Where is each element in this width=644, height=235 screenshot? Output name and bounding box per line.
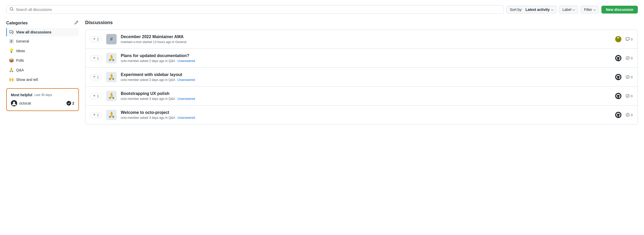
comment-count: 0 xyxy=(631,56,633,60)
meta-user: octo-member xyxy=(121,78,139,82)
label-btn-text: Label xyxy=(562,8,571,12)
new-discussion-button[interactable]: New discussion xyxy=(601,6,638,13)
sidebar-item-label-qna: Q&A xyxy=(16,68,24,72)
sidebar-item-icon-show-and-tell: 🙌 xyxy=(9,77,14,82)
meta-user: octo-member xyxy=(121,59,139,63)
discussion-avatar xyxy=(615,36,621,42)
discussion-right: 0 xyxy=(615,112,633,118)
discussion-comments: 0 xyxy=(626,94,633,98)
most-helpful-subtitle: Last 30 days xyxy=(34,93,52,97)
meta-user: octo-member xyxy=(121,116,139,120)
sidebar-item-icon-view-all xyxy=(9,30,14,34)
discussion-right: 0 xyxy=(615,74,633,80)
answer-check-icon xyxy=(626,56,630,60)
helpful-user-left: octocat xyxy=(11,100,31,106)
sidebar-item-link-qna[interactable]: 🙏Q&A xyxy=(6,65,79,74)
new-discussion-label: New discussion xyxy=(606,8,633,12)
vote-count: 1 xyxy=(97,75,99,79)
sidebar-item-general[interactable]: #General xyxy=(6,37,79,46)
unanswered-badge: Unanswered xyxy=(178,78,195,82)
discussion-content: Welcome to octo-projectocto-member asked… xyxy=(121,110,611,120)
sidebar-item-link-general[interactable]: #General xyxy=(6,37,79,46)
discussion-item[interactable]: 1 🙏Welcome to octo-projectocto-member as… xyxy=(85,106,638,124)
answer-check-icon xyxy=(626,75,630,79)
sidebar-item-view-all[interactable]: View all discussions xyxy=(6,28,79,36)
helpful-user-row: octocat 2 xyxy=(11,100,74,106)
sidebar-header: Categories xyxy=(6,20,79,26)
discussion-content: Experiment with sidebar layoutocto-membe… xyxy=(121,72,611,82)
comment-icon xyxy=(626,37,630,41)
sidebar-item-icon-qna: 🙏 xyxy=(9,67,14,72)
discussion-title[interactable]: Welcome to octo-project xyxy=(121,110,611,115)
unanswered-badge: Unanswered xyxy=(178,97,195,101)
discussion-comments: 0 xyxy=(626,37,633,41)
discussions-title: Discussions xyxy=(85,20,638,25)
discussion-content: Plans for updated documentation?octo-mem… xyxy=(121,53,611,63)
discussion-item[interactable]: 2 #December 2022 Maintainer AMAmaintain-… xyxy=(85,30,638,49)
vote-circle: 1 xyxy=(90,74,102,80)
search-box[interactable] xyxy=(6,5,504,14)
edit-icon[interactable] xyxy=(74,20,79,26)
sidebar-item-label-ideas: Ideas xyxy=(16,49,25,53)
sidebar-item-label-view-all: View all discussions xyxy=(16,30,51,34)
sidebar-item-link-view-all[interactable]: View all discussions xyxy=(7,28,79,36)
discussion-avatar xyxy=(615,112,621,118)
sort-label: Sort by: xyxy=(510,8,522,12)
discussion-category-icon: 🙏 xyxy=(106,72,117,82)
discussion-comments: 0 xyxy=(626,75,633,79)
sidebar-nav: View all discussions#General💡Ideas📦Polls… xyxy=(6,28,79,84)
discussion-meta: octo-member asked 2 days ago in Q&A · Un… xyxy=(121,59,611,63)
sort-value: Latest activity xyxy=(525,8,549,12)
sidebar-item-link-ideas[interactable]: 💡Ideas xyxy=(6,46,79,55)
label-chevron-icon xyxy=(573,8,575,11)
meta-user: maintain-o-tron xyxy=(121,40,142,44)
vote-button[interactable]: 1 xyxy=(90,74,102,80)
discussion-right: 0 xyxy=(615,93,633,99)
sidebar-item-ideas[interactable]: 💡Ideas xyxy=(6,46,79,55)
discussion-right: 0 xyxy=(615,36,633,42)
sidebar-item-link-show-and-tell[interactable]: 🙌Show and tell xyxy=(6,75,79,84)
vote-count: 1 xyxy=(97,56,99,60)
discussion-item[interactable]: 1 🙏Experiment with sidebar layoutocto-me… xyxy=(85,68,638,87)
discussion-meta: octo-member asked 3 days ago in Q&A · Un… xyxy=(121,116,611,120)
discussion-title[interactable]: Bootstrapping UX polish xyxy=(121,91,611,96)
answer-check-icon xyxy=(626,113,630,117)
comment-count: 0 xyxy=(631,37,633,41)
discussion-meta: octo-member asked 3 days ago in Q&A · Un… xyxy=(121,78,611,82)
comment-count: 0 xyxy=(631,75,633,79)
helpful-count-value: 2 xyxy=(72,101,74,105)
discussion-title[interactable]: December 2022 Maintainer AMA xyxy=(121,34,611,39)
vote-button[interactable]: 2 xyxy=(90,36,102,42)
filter-button[interactable]: Filter xyxy=(581,6,599,13)
sidebar-item-polls[interactable]: 📦Polls xyxy=(6,56,79,65)
discussion-item[interactable]: 1 🙏Plans for updated documentation?octo-… xyxy=(85,49,638,68)
label-button[interactable]: Label xyxy=(559,6,578,13)
sidebar-item-icon-general: # xyxy=(9,39,14,44)
vote-button[interactable]: 1 xyxy=(90,112,102,118)
helpful-username[interactable]: octocat xyxy=(19,101,31,105)
vote-button[interactable]: 1 xyxy=(90,93,102,99)
vote-count: 1 xyxy=(97,94,99,98)
discussion-title[interactable]: Plans for updated documentation? xyxy=(121,53,611,58)
helpful-avatar xyxy=(11,100,17,106)
discussion-right: 0 xyxy=(615,55,633,61)
sidebar-item-qna[interactable]: 🙏Q&A xyxy=(6,65,79,74)
discussions-area: Discussions 2 #December 2022 Maintainer … xyxy=(85,20,638,125)
vote-count: 1 xyxy=(97,113,99,117)
sidebar-item-show-and-tell[interactable]: 🙌Show and tell xyxy=(6,75,79,84)
discussion-item[interactable]: 1 🙏Bootstrapping UX polishocto-member as… xyxy=(85,87,638,106)
discussion-meta: octo-member asked 3 days ago in Q&A · Un… xyxy=(121,97,611,101)
meta-user: octo-member xyxy=(121,97,139,101)
unanswered-badge: Unanswered xyxy=(178,116,195,120)
sidebar-item-link-polls[interactable]: 📦Polls xyxy=(6,56,79,65)
helpful-count: 2 xyxy=(66,101,74,106)
sidebar-item-label-general: General xyxy=(16,39,29,43)
discussion-meta: maintain-o-tron started 13 hours ago in … xyxy=(121,40,611,44)
vote-count: 2 xyxy=(97,37,99,41)
sort-button[interactable]: Sort by: Latest activity xyxy=(506,6,556,13)
discussion-title[interactable]: Experiment with sidebar layout xyxy=(121,72,611,77)
search-input[interactable] xyxy=(16,8,500,12)
filter-chevron-icon xyxy=(593,8,596,11)
most-helpful-title: Most helpful xyxy=(11,93,32,97)
vote-button[interactable]: 1 xyxy=(90,55,102,61)
